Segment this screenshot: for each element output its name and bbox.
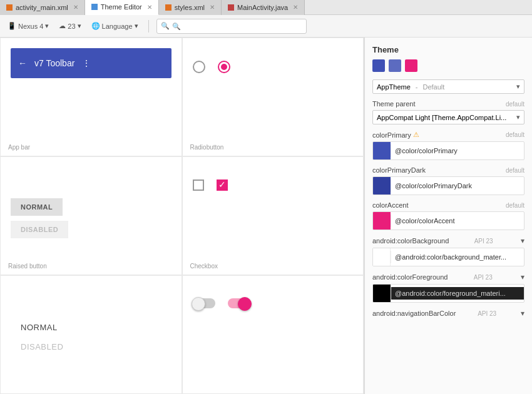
tab-theme-editor-label: Theme Editor — [101, 3, 142, 11]
checkbox-label: Checkbox — [190, 263, 218, 270]
color-accent-value: @color/colorAccent — [391, 215, 524, 227]
android-color-foreground-row[interactable]: @android:color/foreground_materi... — [372, 284, 524, 303]
preview-raised-button-cell: NORMAL DISABLED Raised button — [0, 156, 182, 275]
tab-xml-icon — [6, 4, 13, 11]
tab-mainactivity-java[interactable]: MainActivity.java ✕ — [222, 0, 305, 15]
device-name: Nexus 4 — [18, 23, 43, 30]
android-nav-bar-label: android:navigationBarColor — [372, 310, 456, 317]
android-color-background-section: android:colorBackground API 23 ▾ @androi… — [372, 236, 524, 266]
android-color-foreground-value: @android:color/foreground_materi... — [391, 287, 524, 300]
theme-swatch-2 — [389, 59, 401, 72]
api-selector[interactable]: ☁ 23 ▾ — [56, 21, 83, 31]
android-color-background-dropdown-icon[interactable]: ▾ — [521, 236, 524, 245]
search-box[interactable]: 🔍 — [156, 19, 307, 34]
device-dropdown-icon: ▾ — [45, 22, 49, 30]
radio-checked[interactable] — [218, 61, 230, 73]
android-color-foreground-label: android:colorForeground — [372, 273, 448, 281]
color-primary-swatch — [373, 142, 391, 159]
raised-button-normal[interactable]: NORMAL — [11, 198, 63, 216]
api-level: 23 — [68, 23, 75, 30]
color-primary-dark-label: colorPrimaryDark — [372, 166, 426, 174]
color-primary-hint: default — [506, 131, 524, 138]
theme-swatch-1 — [372, 59, 385, 72]
switch-on[interactable] — [228, 298, 250, 308]
android-nav-bar-dropdown-icon[interactable]: ▾ — [521, 309, 524, 318]
color-primary-row[interactable]: @color/colorPrimary — [372, 141, 524, 160]
color-primary-dark-row[interactable]: @color/colorPrimaryDark — [372, 176, 524, 195]
android-nav-bar-section: android:navigationBarColor API 23 ▾ — [372, 309, 524, 318]
tab-styles-xml-label: styles.xml — [175, 4, 205, 11]
theme-parent-dropdown-icon: ▾ — [516, 113, 520, 121]
preview-menu-icon: ⋮ — [82, 58, 91, 68]
tab-theme-editor[interactable]: Theme Editor ✕ — [85, 0, 159, 15]
appbar-label: App bar — [8, 144, 30, 151]
color-primary-label-row: colorPrimary ⚠ default — [372, 131, 524, 139]
color-primary-dark-hint: default — [506, 167, 524, 174]
color-accent-swatch — [373, 212, 391, 230]
search-icon: 🔍 — [161, 22, 170, 30]
theme-parent-value: AppCompat Light [Theme.AppCompat.Li... — [377, 114, 514, 121]
switch-off[interactable] — [193, 298, 215, 308]
android-color-background-row[interactable]: @android:color/background_mater... — [372, 248, 524, 266]
android-color-background-label: android:colorBackground — [372, 237, 449, 245]
raised-button-disabled: DISABLED — [11, 221, 68, 238]
preview-checkbox-cell: Checkbox — [182, 156, 364, 275]
theme-separator: - — [416, 83, 418, 91]
radio-unchecked[interactable] — [193, 61, 205, 73]
checkbox-unchecked[interactable] — [193, 179, 204, 191]
preview-toolbar: ← v7 Toolbar ⋮ — [11, 48, 171, 78]
preview-panel: ← v7 Toolbar ⋮ App bar Radiobutton NORMA… — [0, 38, 364, 394]
android-color-foreground-hint: API 23 — [474, 274, 493, 281]
api-dropdown-icon: ▾ — [78, 22, 81, 30]
flat-button-normal[interactable]: NORMAL — [11, 318, 68, 337]
language-selector[interactable]: 🌐 Language ▾ — [89, 21, 141, 31]
search-input[interactable] — [172, 23, 302, 30]
phone-icon: 📱 — [8, 22, 16, 30]
tab-styles-xml-close[interactable]: ✕ — [210, 4, 215, 11]
tab-mainactivity-java-label: MainActivity.java — [237, 4, 288, 11]
android-color-foreground-dropdown-icon[interactable]: ▾ — [521, 273, 524, 281]
color-primary-dark-label-row: colorPrimaryDark default — [372, 166, 524, 174]
android-color-background-label-row: android:colorBackground API 23 ▾ — [372, 236, 524, 245]
color-accent-label-row: colorAccent default — [372, 201, 524, 209]
theme-selector[interactable]: AppTheme - Default ▾ — [372, 79, 524, 94]
tab-mainactivity-java-close[interactable]: ✕ — [293, 4, 298, 11]
language-dropdown-icon: ▾ — [135, 22, 138, 30]
preview-flat-button-cell: NORMAL DISABLED — [0, 275, 182, 394]
color-primary-dark-swatch — [373, 177, 391, 194]
theme-parent-hint: default — [506, 101, 524, 108]
raised-button-label: Raised button — [8, 263, 47, 270]
color-accent-label: colorAccent — [372, 201, 408, 209]
flat-button-disabled: DISABLED — [11, 337, 73, 356]
radiobutton-label: Radiobutton — [190, 144, 224, 151]
device-selector[interactable]: 📱 Nexus 4 ▾ — [5, 21, 51, 31]
color-primary-section: colorPrimary ⚠ default @color/colorPrima… — [372, 131, 524, 160]
main-content: ← v7 Toolbar ⋮ App bar Radiobutton NORMA… — [0, 38, 532, 394]
theme-default: Default — [422, 83, 444, 91]
checkbox-group — [193, 179, 228, 191]
tab-activity-main[interactable]: activity_main.xml ✕ — [0, 0, 85, 15]
theme-parent-label-row: Theme parent default — [372, 100, 524, 108]
color-primary-label: colorPrimary — [372, 131, 411, 139]
tab-theme-icon — [91, 4, 98, 10]
globe-icon: 🌐 — [91, 22, 100, 30]
preview-switch-cell — [182, 275, 364, 394]
color-primary-value: @color/colorPrimary — [391, 144, 524, 157]
preview-radio-cell: Radiobutton — [182, 38, 364, 156]
theme-parent-selector[interactable]: AppCompat Light [Theme.AppCompat.Li... ▾ — [372, 110, 524, 124]
android-nav-bar-label-row: android:navigationBarColor API 23 ▾ — [372, 309, 524, 318]
checkbox-checked[interactable] — [217, 179, 228, 191]
tab-java-icon — [228, 4, 234, 11]
tab-activity-main-close[interactable]: ✕ — [73, 4, 78, 11]
theme-parent-label: Theme parent — [372, 100, 415, 108]
color-accent-hint: default — [506, 202, 524, 209]
android-nav-bar-hint: API 23 — [478, 310, 496, 317]
android-color-foreground-label-row: android:colorForeground API 23 ▾ — [372, 273, 524, 281]
preview-back-icon: ← — [18, 58, 27, 68]
toolbar-separator — [148, 20, 149, 33]
tab-theme-editor-close[interactable]: ✕ — [147, 4, 152, 11]
color-accent-row[interactable]: @color/colorAccent — [372, 211, 524, 230]
theme-color-row — [372, 59, 524, 72]
tab-styles-xml[interactable]: styles.xml ✕ — [159, 0, 222, 15]
theme-swatch-3 — [405, 59, 417, 72]
